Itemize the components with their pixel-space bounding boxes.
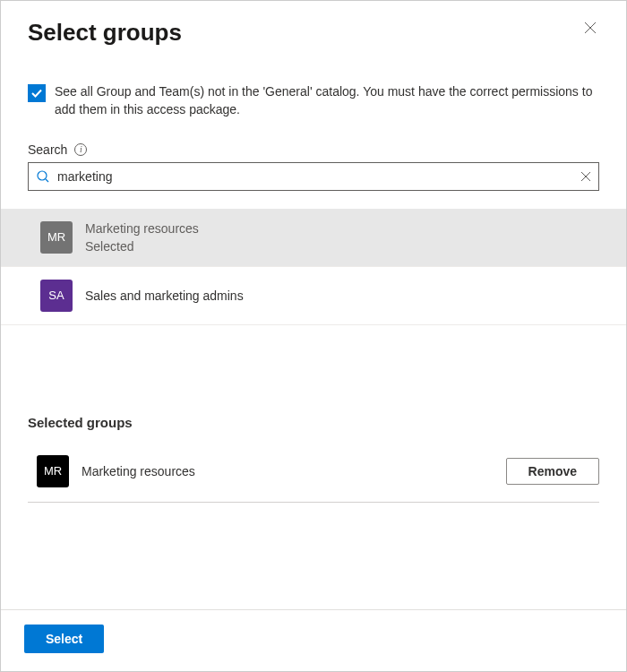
selected-groups-list: MR Marketing resources Remove: [28, 446, 599, 503]
panel-header: Select groups: [28, 19, 599, 47]
checkmark-icon: [30, 87, 43, 99]
clear-search-icon[interactable]: [580, 171, 591, 182]
search-results: MR Marketing resources Selected SA Sales…: [1, 209, 626, 325]
remove-button[interactable]: Remove: [506, 458, 599, 485]
search-label: Search: [28, 142, 67, 157]
search-box[interactable]: [28, 162, 599, 191]
svg-line-1: [46, 179, 48, 182]
close-button[interactable]: [581, 19, 599, 39]
result-name: Marketing resources: [85, 221, 199, 236]
see-all-checkbox-label: See all Group and Team(s) not in the 'Ge…: [55, 82, 599, 119]
result-text: Marketing resources Selected: [85, 221, 199, 254]
search-input[interactable]: [57, 169, 573, 184]
panel-footer: Select: [1, 609, 626, 671]
panel-title: Select groups: [28, 19, 182, 47]
result-row-sales-admins[interactable]: SA Sales and marketing admins: [1, 267, 626, 325]
search-icon: [36, 169, 50, 184]
result-name: Sales and marketing admins: [85, 289, 244, 303]
avatar: MR: [37, 455, 69, 487]
selected-row-marketing-resources: MR Marketing resources Remove: [28, 446, 599, 503]
avatar: MR: [40, 221, 73, 254]
svg-point-0: [38, 171, 47, 180]
panel-content: Select groups See all Group and Team(s) …: [1, 1, 626, 609]
see-all-checkbox-row: See all Group and Team(s) not in the 'Ge…: [28, 82, 599, 119]
select-groups-panel: Select groups See all Group and Team(s) …: [0, 0, 627, 672]
result-subtitle: Selected: [85, 239, 199, 254]
see-all-checkbox[interactable]: [28, 84, 46, 102]
avatar: SA: [40, 280, 73, 312]
select-button[interactable]: Select: [24, 625, 104, 653]
result-row-marketing-resources[interactable]: MR Marketing resources Selected: [1, 209, 626, 267]
selected-name: Marketing resources: [82, 464, 494, 478]
selected-groups-heading: Selected groups: [28, 415, 599, 430]
close-icon: [583, 21, 597, 35]
info-icon[interactable]: i: [74, 143, 87, 156]
result-text: Sales and marketing admins: [85, 289, 244, 303]
search-label-row: Search i: [28, 142, 599, 157]
